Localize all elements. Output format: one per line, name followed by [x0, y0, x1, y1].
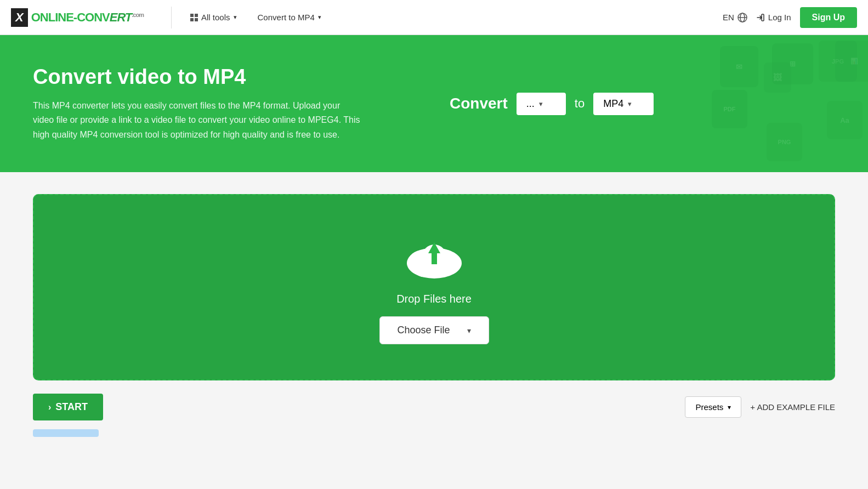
login-icon: [756, 13, 765, 22]
svg-rect-3: [762, 14, 764, 21]
nav-items: All tools ▾ Convert to MP4 ▾: [183, 8, 723, 26]
choose-file-chevron-icon: ▾: [467, 326, 471, 335]
source-format-value: ...: [526, 98, 535, 110]
logo-com: .com: [132, 11, 144, 18]
source-chevron-icon: ▾: [539, 100, 543, 108]
all-tools-label: All tools: [201, 13, 230, 22]
hero-description: This MP4 converter lets you easily conve…: [33, 99, 362, 142]
target-format-select[interactable]: MP4 ▾: [593, 93, 654, 115]
add-example-label: + ADD EXAMPLE FILE: [750, 402, 835, 412]
logo-x-icon: X: [15, 10, 24, 25]
convert-label: Convert: [450, 95, 508, 112]
convert-to-mp4-chevron-icon: ▾: [318, 14, 321, 21]
choose-file-button[interactable]: Choose File ▾: [379, 316, 489, 344]
start-label: START: [55, 401, 88, 413]
hero-converter: Convert ... ▾ to MP4 ▾: [450, 93, 654, 115]
globe-icon: [737, 13, 747, 22]
choose-file-label: Choose File: [398, 325, 450, 336]
all-tools-button[interactable]: All tools ▾: [183, 8, 245, 26]
login-label: Log In: [768, 13, 791, 22]
hero-left: Convert video to MP4 This MP4 converter …: [33, 65, 417, 142]
all-tools-chevron-icon: ▾: [234, 14, 237, 21]
navbar-right: EN Log In Sign Up: [723, 7, 857, 28]
language-button[interactable]: EN: [723, 13, 747, 22]
logo-ert: ERT: [110, 10, 132, 24]
grid-icon: [190, 14, 198, 21]
logo-box: X: [11, 8, 28, 27]
hero-title: Convert video to MP4: [33, 65, 417, 89]
upload-cloud-icon: [404, 230, 464, 282]
hero-banner: ✉ ⊞ JPG 📊 PDF Aa PNG 🖼 Convert video to …: [0, 35, 868, 172]
dropzone[interactable]: Drop Files here Choose File ▾: [33, 194, 835, 380]
to-label: to: [575, 96, 585, 111]
bottom-hint-bar: [33, 429, 99, 437]
main-content: Drop Files here Choose File ▾ › START Pr…: [0, 172, 868, 459]
signup-button[interactable]: Sign Up: [800, 7, 857, 28]
logo-online: ONLINE-: [31, 10, 77, 24]
target-format-value: MP4: [603, 98, 623, 110]
login-button[interactable]: Log In: [756, 13, 791, 22]
start-button[interactable]: › START: [33, 394, 103, 420]
bottom-right-actions: Presets ▾ + ADD EXAMPLE FILE: [685, 396, 835, 418]
logo[interactable]: X ONLINE-CONVERT.com: [11, 8, 144, 27]
presets-label: Presets: [695, 402, 723, 412]
source-format-select[interactable]: ... ▾: [517, 93, 566, 115]
logo-text: ONLINE-CONVERT.com: [31, 10, 144, 25]
presets-button[interactable]: Presets ▾: [685, 396, 741, 418]
navbar: X ONLINE-CONVERT.com All tools ▾ Convert…: [0, 0, 868, 35]
add-example-file-button[interactable]: + ADD EXAMPLE FILE: [750, 402, 835, 412]
bottom-action-bar: › START Presets ▾ + ADD EXAMPLE FILE: [33, 394, 835, 420]
convert-to-mp4-nav-label: Convert to MP4: [258, 13, 315, 22]
signup-label: Sign Up: [812, 13, 845, 22]
start-chevron-icon: ›: [48, 402, 51, 412]
drop-text: Drop Files here: [396, 293, 472, 305]
logo-convert: CONV: [77, 10, 110, 24]
lang-label: EN: [723, 13, 734, 22]
nav-divider: [171, 7, 172, 29]
convert-to-mp4-nav-button[interactable]: Convert to MP4 ▾: [250, 8, 329, 26]
presets-chevron-icon: ▾: [728, 403, 731, 411]
target-chevron-icon: ▾: [628, 100, 632, 108]
